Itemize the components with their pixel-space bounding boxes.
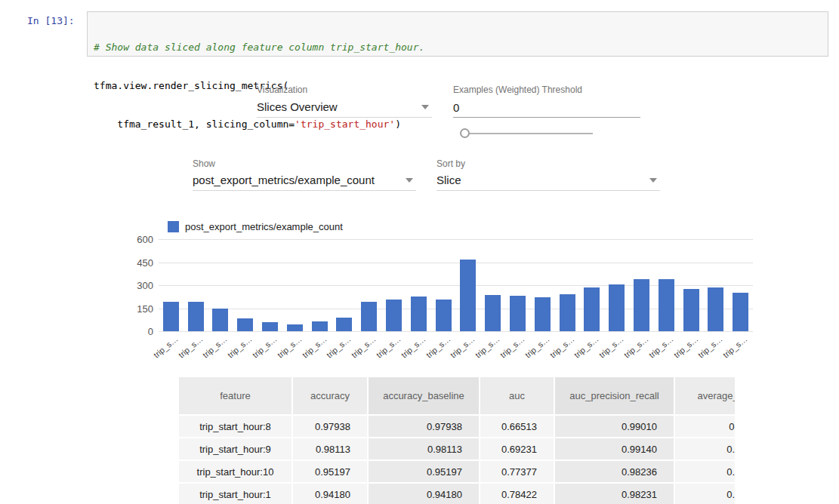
sort-select[interactable]: Slice [436, 170, 660, 191]
header-cell: accuracy_baseline [369, 377, 479, 414]
table-row: trip_start_hour:10.941800.941800.784220.… [179, 484, 735, 504]
table-cell: 0.95197 [293, 461, 367, 482]
table-cell: 0.69231 [480, 438, 554, 459]
table-cell: 0.98231 [555, 484, 674, 504]
bar-slot [604, 239, 629, 331]
bar[interactable] [312, 321, 328, 331]
code-editor[interactable]: # Show data sliced along feature column … [87, 11, 828, 57]
bar[interactable] [510, 296, 526, 331]
table-cell: 0.95197 [369, 461, 479, 482]
x-tick: trip_s… [728, 333, 753, 358]
bar[interactable] [560, 294, 575, 331]
bar-slot [332, 239, 357, 331]
chevron-down-icon [406, 178, 413, 183]
table-cell: 0.98113 [369, 438, 479, 459]
bar-slot [208, 239, 233, 331]
bar[interactable] [262, 322, 278, 331]
bar-slot [580, 239, 605, 331]
bar-slot [505, 239, 530, 331]
table-row: trip_start_hour:100.951970.951970.773770… [179, 461, 735, 482]
sort-select-value: Slice [436, 174, 461, 186]
bar[interactable] [212, 309, 228, 331]
table-cell: trip_start_hour:8 [179, 416, 291, 437]
code-line-3: tfma_result_1, slicing_column='trip_star… [94, 118, 822, 131]
y-axis-labels: 6004503001500 [112, 239, 153, 331]
bar-slot [159, 239, 184, 331]
bar[interactable] [460, 260, 476, 331]
header-cell: auc [480, 377, 554, 414]
bar[interactable] [436, 300, 452, 331]
bar-slot [406, 239, 431, 331]
bar-slot [381, 239, 406, 331]
bar-slot [282, 239, 307, 331]
visualization-select-value: Slices Overview [257, 100, 338, 113]
table-cell: 0.98113 [293, 438, 367, 459]
bar[interactable] [163, 302, 179, 331]
table-header-row: featureaccuracyaccuracy_baselineaucauc_p… [179, 377, 735, 414]
table-row: trip_start_hour:80.979380.979380.665130.… [179, 416, 735, 437]
table-row: trip_start_hour:90.981130.981130.692310.… [179, 438, 735, 459]
bar[interactable] [386, 300, 402, 331]
bar-series [159, 239, 753, 331]
header-cell: accuracy [293, 377, 367, 414]
bar[interactable] [485, 295, 501, 331]
header-cell: feature [179, 377, 291, 414]
bar-slot [431, 239, 456, 331]
code-line-comment: # Show data sliced along feature column … [94, 41, 822, 54]
chevron-down-icon [421, 105, 429, 109]
show-metric-select[interactable]: post_export_metrics/example_count [193, 170, 416, 191]
table-cell: 0.94180 [369, 484, 479, 504]
bar[interactable] [237, 318, 253, 331]
bar[interactable] [708, 287, 723, 331]
bar-slot [555, 239, 580, 331]
header-cell: auc_precision_recall [555, 377, 674, 414]
table-cell: 0.0892 [675, 438, 735, 459]
bar[interactable] [287, 324, 303, 331]
slices-bar-chart [159, 239, 753, 331]
bar-slot [307, 239, 332, 331]
bar-slot [728, 239, 753, 331]
threshold-value: 0 [453, 101, 459, 114]
bar-slot [530, 239, 555, 331]
bar[interactable] [609, 284, 625, 331]
threshold-slider-track[interactable] [468, 133, 593, 134]
visualization-label: Visualization [257, 85, 307, 95]
gridline [159, 331, 753, 332]
visualization-select[interactable]: Slices Overview [257, 97, 432, 118]
bar[interactable] [584, 287, 600, 331]
bar-slot [184, 239, 208, 331]
y-tick-label: 600 [137, 234, 153, 245]
notebook-page: In [13]: # Show data sliced along featur… [0, 0, 839, 504]
bar-slot [456, 239, 481, 331]
bar[interactable] [336, 318, 352, 331]
bar[interactable] [634, 279, 649, 331]
bar[interactable] [361, 302, 377, 331]
show-label: Show [193, 158, 215, 169]
y-tick-label: 150 [137, 303, 153, 314]
table-cell: 0.1541 [675, 461, 735, 482]
y-tick-label: 300 [137, 280, 153, 291]
table-cell: trip_start_hour:1 [179, 484, 291, 504]
bar[interactable] [659, 279, 674, 331]
threshold-label: Examples (Weighted) Threshold [453, 85, 582, 95]
bar-slot [654, 239, 679, 331]
table-cell: 0.1901 [675, 484, 735, 504]
chart-legend: post_export_metrics/example_count [168, 221, 343, 232]
bar-slot [233, 239, 258, 331]
x-tick-label: trip_s… [152, 334, 180, 360]
threshold-slider-knob[interactable] [460, 128, 470, 138]
table-cell: 0.77377 [480, 461, 554, 482]
threshold-input[interactable]: 0 [453, 97, 640, 118]
bar[interactable] [411, 297, 427, 331]
table-cell: 0.78422 [480, 484, 554, 504]
bar[interactable] [535, 297, 551, 331]
table-cell: 0.97938 [293, 416, 367, 437]
bar[interactable] [188, 302, 204, 331]
metrics-table: featureaccuracyaccuracy_baselineaucauc_p… [179, 377, 735, 504]
bar[interactable] [683, 289, 699, 331]
bar-slot [629, 239, 654, 331]
table-cell: 0.1111 [675, 416, 735, 437]
table-cell: 0.99140 [555, 438, 674, 459]
legend-label: post_export_metrics/example_count [185, 221, 343, 232]
bar[interactable] [733, 293, 748, 331]
